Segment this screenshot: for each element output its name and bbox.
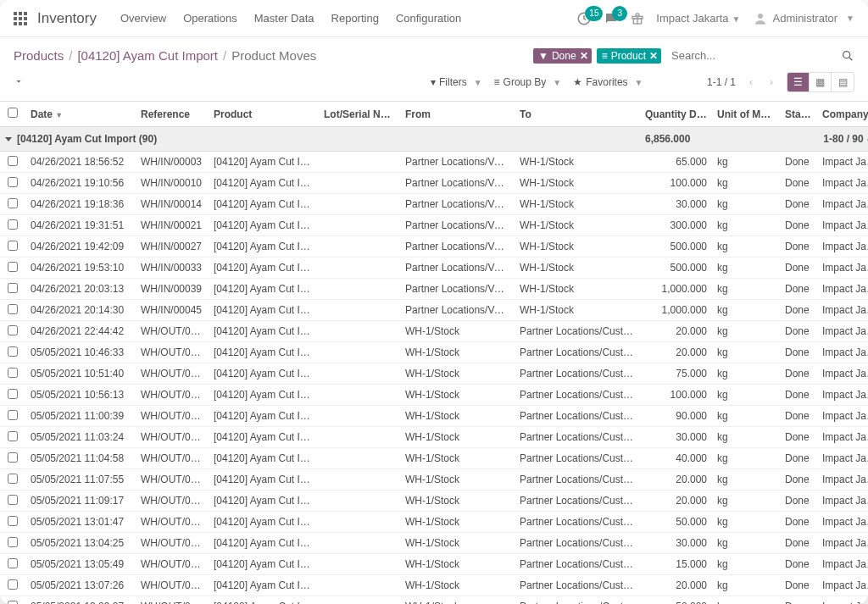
view-kanban-icon[interactable]: ▦ [810, 73, 832, 91]
row-checkbox[interactable] [8, 537, 18, 547]
col-status[interactable]: Status [780, 102, 817, 127]
table-row[interactable]: 05/05/2021 10:56:13WH/OUT/00008[04120] A… [0, 385, 868, 406]
table-row[interactable]: 05/05/2021 11:00:39WH/OUT/00009[04120] A… [0, 406, 868, 427]
row-checkbox[interactable] [8, 262, 18, 272]
entity-switcher[interactable]: Impact Jakarta▼ [656, 12, 740, 25]
row-checkbox[interactable] [8, 156, 18, 166]
cell-status: Done [780, 596, 817, 605]
cell-reference: WH/IN/00021 [136, 215, 209, 236]
row-checkbox[interactable] [8, 516, 18, 526]
search-facet-product[interactable]: ≡ Product ✕ [597, 48, 661, 64]
favorites-button[interactable]: ★Favorites▼ [573, 76, 643, 88]
table-row[interactable]: 04/26/2021 19:10:56WH/IN/00010[04120] Ay… [0, 173, 868, 194]
group-expand-icon[interactable] [5, 137, 12, 141]
cell-reference: WH/IN/00033 [136, 258, 209, 279]
table-row[interactable]: 05/05/2021 11:03:24WH/OUT/00010[04120] A… [0, 427, 868, 448]
row-checkbox[interactable] [8, 474, 18, 484]
row-checkbox[interactable] [8, 558, 18, 568]
cell-product: [04120] Ayam Cut Import [209, 342, 319, 363]
col-from[interactable]: From [400, 102, 515, 127]
pager-prev[interactable]: ‹ [746, 76, 756, 88]
table-row[interactable]: 04/26/2021 19:42:09WH/IN/00027[04120] Ay… [0, 236, 868, 258]
cell-to: Partner Locations/Customers [515, 448, 640, 469]
col-reference[interactable]: Reference [136, 102, 209, 127]
search-facet-done[interactable]: ▼ Done ✕ [533, 48, 592, 64]
cell-qty: 100.000 [640, 173, 712, 194]
table-row[interactable]: 05/05/2021 13:09:27WH/OUT/00017[04120] A… [0, 596, 868, 605]
table-row[interactable]: 04/26/2021 18:56:52WH/IN/00003[04120] Ay… [0, 152, 868, 173]
cell-date: 05/05/2021 11:04:58 [25, 448, 136, 469]
row-checkbox[interactable] [8, 601, 18, 605]
row-checkbox[interactable] [8, 241, 18, 251]
row-checkbox[interactable] [8, 198, 18, 208]
row-checkbox[interactable] [8, 346, 18, 357]
group-icon: ≡ [602, 50, 608, 62]
table-row[interactable]: 05/05/2021 10:46:33WH/OUT/00003[04120] A… [0, 342, 868, 363]
cell-reference: WH/IN/00010 [136, 173, 209, 194]
table-row[interactable]: 04/26/2021 19:31:51WH/IN/00021[04120] Ay… [0, 215, 868, 236]
table-row[interactable]: 04/26/2021 19:53:10WH/IN/00033[04120] Ay… [0, 258, 868, 279]
row-checkbox[interactable] [8, 283, 18, 293]
select-all-checkbox[interactable] [8, 108, 18, 118]
activities-icon[interactable]: 15 [576, 11, 592, 26]
row-checkbox[interactable] [8, 368, 18, 378]
cell-qty: 500.000 [640, 258, 712, 279]
menu-overview[interactable]: Overview [120, 12, 166, 25]
row-checkbox[interactable] [8, 410, 18, 420]
menu-configuration[interactable]: Configuration [396, 12, 461, 25]
table-row[interactable]: 05/05/2021 10:51:40WH/OUT/00007[04120] A… [0, 363, 868, 385]
filters-button[interactable]: ▾Filters▼ [431, 76, 482, 88]
col-company[interactable]: Company [817, 102, 868, 127]
col-uom[interactable]: Unit of Measure [712, 102, 780, 127]
table-row[interactable]: 04/26/2021 20:14:30WH/IN/00045[04120] Ay… [0, 300, 868, 321]
facet-remove-icon[interactable]: ✕ [580, 50, 588, 62]
breadcrumb-products[interactable]: Products [14, 48, 64, 63]
table-row[interactable]: 05/05/2021 13:05:49WH/OUT/00015[04120] A… [0, 554, 868, 575]
row-checkbox[interactable] [8, 325, 18, 335]
table-row[interactable]: 04/26/2021 22:44:42WH/OUT/00002[04120] A… [0, 321, 868, 342]
menu-master-data[interactable]: Master Data [254, 12, 314, 25]
gift-icon[interactable] [631, 12, 644, 25]
row-checkbox[interactable] [8, 389, 18, 399]
row-checkbox[interactable] [8, 219, 18, 230]
search-input[interactable] [666, 46, 836, 65]
row-checkbox[interactable] [8, 495, 18, 505]
cell-qty: 500.000 [640, 236, 712, 258]
app-brand[interactable]: Inventory [37, 10, 97, 27]
row-checkbox[interactable] [8, 304, 18, 314]
menu-reporting[interactable]: Reporting [331, 12, 379, 25]
group-header[interactable]: [04120] Ayam Cut Import (90) 6,856.000 1… [0, 127, 868, 152]
table-row[interactable]: 05/05/2021 11:07:55WH/OUT/00012[04120] A… [0, 469, 868, 490]
discuss-icon[interactable]: 3 [604, 11, 619, 26]
row-checkbox[interactable] [8, 579, 18, 590]
table-row[interactable]: 05/05/2021 13:07:26WH/OUT/00016[04120] A… [0, 575, 868, 596]
table-row[interactable]: 04/26/2021 20:03:13WH/IN/00039[04120] Ay… [0, 279, 868, 300]
table-row[interactable]: 05/05/2021 13:01:47WH/OUT/00013[04120] A… [0, 512, 868, 533]
view-pivot-icon[interactable]: ▤ [832, 73, 854, 91]
col-qty[interactable]: Quantity Done [640, 102, 712, 127]
user-menu[interactable]: Administrator▼ [753, 11, 854, 26]
search-icon[interactable] [841, 49, 854, 63]
groupby-button[interactable]: ≡Group By▼ [494, 76, 562, 88]
col-date[interactable]: Date ▼ [25, 102, 136, 127]
export-button[interactable] [14, 76, 24, 89]
table-row[interactable]: 05/05/2021 11:04:58WH/OUT/00011[04120] A… [0, 448, 868, 469]
col-lot[interactable]: Lot/Serial Number [319, 102, 400, 127]
cell-lot [319, 321, 400, 342]
breadcrumb-product[interactable]: [04120] Ayam Cut Import [77, 48, 218, 63]
cell-to: WH-1/Stock [515, 236, 640, 258]
row-checkbox[interactable] [8, 452, 18, 463]
table-row[interactable]: 04/26/2021 19:18:36WH/IN/00014[04120] Ay… [0, 194, 868, 215]
apps-icon[interactable] [14, 12, 27, 25]
facet-remove-icon[interactable]: ✕ [649, 50, 658, 62]
cell-date: 05/05/2021 13:09:27 [25, 596, 136, 605]
view-list-icon[interactable]: ☰ [787, 73, 810, 91]
menu-operations[interactable]: Operations [183, 12, 237, 25]
pager-next[interactable]: › [766, 76, 776, 88]
col-to[interactable]: To [515, 102, 640, 127]
row-checkbox[interactable] [8, 177, 18, 187]
col-product[interactable]: Product [209, 102, 319, 127]
row-checkbox[interactable] [8, 431, 18, 441]
table-row[interactable]: 05/05/2021 11:09:17WH/OUT/00006[04120] A… [0, 490, 868, 512]
table-row[interactable]: 05/05/2021 13:04:25WH/OUT/00014[04120] A… [0, 533, 868, 554]
